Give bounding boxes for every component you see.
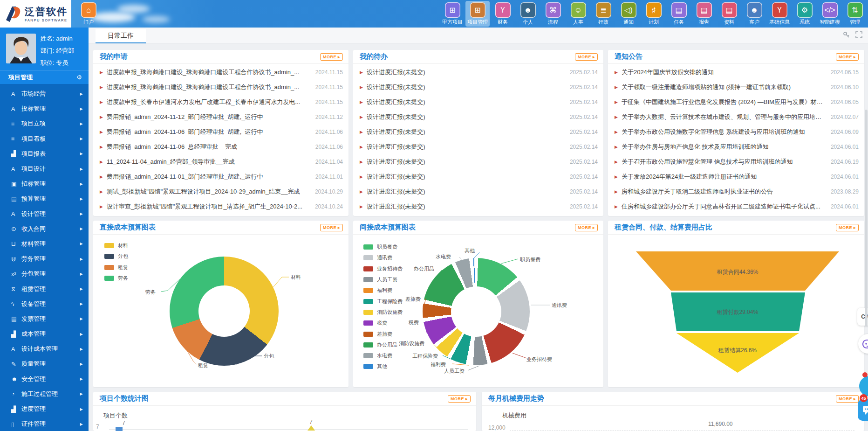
nav-item[interactable]: ▤ 报告	[692, 1, 716, 27]
nav-item[interactable]: ☻ 个人	[516, 1, 540, 27]
list-item[interactable]: ▶ 关于举办大数据、云计算技术在城市建设、规划、管理与服务中的应用培训班... …	[615, 110, 859, 125]
legend-item[interactable]: 人员工资	[363, 274, 403, 285]
list-item[interactable]: ▶ 于征集《中国建筑施工行业信息化发展报告 (2024) —BIM应用与发展》材…	[615, 95, 859, 110]
list-item[interactable]: ▶ 住房和城乡建设部办公厅关于同意吉林省开展二级建造师证书电子化试点... 20…	[615, 199, 859, 214]
list-item[interactable]: ▶ 费用报销_admin_2024-11-12_部门经理审批_胡建,_运行中 2…	[100, 110, 343, 125]
sidebar-menu-item[interactable]: ▯ 证件管理 ▶	[0, 417, 89, 431]
sidebar-menu-item[interactable]: ▤ 预算管理 ▶	[0, 191, 89, 206]
nav-item[interactable]: ≣ 行政	[591, 1, 615, 27]
more-button[interactable]: MORE	[836, 224, 859, 231]
list-item[interactable]: ▶ 关于举办住房与房地产信息化 技术及应用培训班的通知 2024.06.01	[615, 139, 859, 154]
sidebar-menu-item[interactable]: ▟ 成本管理 ▶	[0, 327, 89, 341]
sidebar-menu-item[interactable]: ϟ 设备管理 ▶	[0, 297, 89, 312]
list-item[interactable]: ▶ 设计审查_彭祖新城"四馆"景观工程设计项目_请选择_胡广生_2024-10-…	[100, 199, 343, 214]
nav-item[interactable]: ¥ 财务	[491, 1, 515, 27]
list-item[interactable]: ▶ 设计进度汇报(未提交) 2025.02.14	[360, 184, 598, 199]
list-item[interactable]: ▶ 费用报销_admin_2024-11-06_部门经理审批_胡建,_运行中 2…	[100, 125, 343, 139]
sidebar-menu-item[interactable]: ◔ 施工过程管理 ▶	[0, 387, 89, 402]
list-item[interactable]: ▶ 设计进度汇报(未提交) 2025.02.14	[360, 110, 598, 125]
list-item[interactable]: ▶ 房和城乡建设厅关于取消二级建造师临时执业证书的公告 2023.08.29	[615, 184, 859, 199]
fullscreen-icon[interactable]	[855, 31, 862, 38]
nav-item[interactable]: ▤ 任务	[667, 1, 691, 27]
sidebar-menu-item[interactable]: ⋓ 劳务管理 ▶	[0, 251, 89, 266]
list-item[interactable]: ▶ 设计进度汇报(未提交) 2025.02.14	[360, 169, 598, 184]
list-item[interactable]: ▶ 设计进度汇报(未提交) 2025.02.14	[360, 65, 598, 80]
nav-item[interactable]: ◁) 通知	[616, 1, 641, 27]
legend-item[interactable]: 材料	[104, 240, 128, 251]
legend-item[interactable]: 水电费	[363, 350, 403, 361]
sidebar-menu-item[interactable]: x² 分包管理 ▶	[0, 266, 89, 281]
legend-item[interactable]: 消防设施费	[363, 307, 403, 318]
nav-item[interactable]: ⇅ 管理	[843, 1, 867, 27]
sidebar-menu-item[interactable]: A 项目设计 ▶	[0, 161, 89, 176]
legend-item[interactable]: 通讯费	[363, 252, 403, 263]
list-item[interactable]: ▶ 设计进度汇报(未提交) 2025.02.14	[360, 199, 598, 214]
more-button[interactable]: MORE	[575, 53, 598, 61]
nav-item[interactable]: ⊞ 甲方项目	[440, 1, 465, 27]
sidebar-menu-item[interactable]: ⊙ 收入合同 ▶	[0, 222, 89, 236]
legend-item[interactable]: 劳务	[104, 273, 128, 284]
nav-item[interactable]: ▤ 资料	[717, 1, 741, 27]
list-item[interactable]: ▶ 进度款申报_珠海鹤港口建设_珠海鹤港口建设工程合作协议书_admin_...…	[100, 65, 343, 80]
legend-item[interactable]: 工程保险费	[363, 296, 403, 306]
legend-item[interactable]: 业务招待费	[363, 264, 403, 274]
list-item[interactable]: ▶ 设计进度汇报(未提交) 2025.02.14	[360, 80, 598, 95]
list-item[interactable]: ▶ 设计进度汇报(未提交) 2025.02.14	[360, 95, 598, 110]
list-item[interactable]: ▶ 关于领取一级注册建造师增项贴的通知 (须持一建证书前来领取) 2024.06…	[615, 80, 859, 95]
more-button[interactable]: MORE	[575, 224, 598, 231]
sidebar-menu-item[interactable]: ▤ 发票管理 ▶	[0, 312, 89, 327]
nav-item[interactable]: ☺ 人事	[566, 1, 590, 27]
list-item[interactable]: ▶ 关于2024年国庆节放假安排的通知 2024.06.15	[615, 65, 859, 80]
sidebar-menu-item[interactable]: A 市场经营 ▶	[0, 86, 89, 101]
message-chat-button[interactable]	[858, 399, 868, 421]
sidebar-menu-item[interactable]: ≡ 项目看板 ▶	[0, 132, 89, 146]
list-item[interactable]: ▶ 11_2024-11-04_admin_经营部_领导审批__完成 2024.…	[100, 154, 343, 169]
list-item[interactable]: ▶ 费用报销_admin_2024-11-01_部门经理审批_胡建,_运行中 2…	[100, 169, 343, 184]
list-item[interactable]: ▶ 设计进度汇报(未提交) 2025.02.14	[360, 125, 598, 139]
more-button[interactable]: MORE	[836, 53, 859, 61]
nav-item[interactable]: ¥ 基础信息	[767, 1, 792, 27]
nav-item[interactable]: ⚙ 系统	[793, 1, 817, 27]
sidebar-menu-item[interactable]: A 投标管理 ▶	[0, 101, 89, 116]
nav-item[interactable]: ⌘ 流程	[541, 1, 565, 27]
sidebar-menu-item[interactable]: ⧖ 租赁管理 ▶	[0, 281, 89, 296]
tab-daily-work[interactable]: 日常工作	[96, 29, 146, 43]
list-item[interactable]: ▶ 关于发放2024年第24批一级建造师注册证书的通知 2024.06.01	[615, 169, 859, 184]
list-item[interactable]: ▶ 进度款申报_珠海鹤港口建设_珠海鹤港口建设工程合作协议书_admin_...…	[100, 80, 343, 95]
sidebar-menu-item[interactable]: ⊔ 材料管理 ▶	[0, 236, 89, 251]
sidebar-menu-item[interactable]: ▟ 项目报表 ▶	[0, 146, 89, 161]
sidebar-menu-item[interactable]: ▣ 招标管理 ▶	[0, 176, 89, 191]
nav-item[interactable]: ♯ 计划	[642, 1, 666, 27]
nav-item[interactable]: ⊞ 项目管理	[465, 1, 490, 27]
legend-item[interactable]: 分包	[104, 251, 128, 262]
more-button[interactable]: MORE	[320, 53, 343, 61]
legend-item[interactable]: 其他	[363, 361, 403, 372]
legend-item[interactable]: 差旅费	[363, 328, 403, 339]
more-button[interactable]: MORE	[448, 395, 471, 403]
legend-item[interactable]: 租赁	[104, 262, 128, 273]
list-item[interactable]: ▶ 关于召开市政公用设施智慧化管理 信息技术与应用培训班的通知 2024.06.…	[615, 154, 859, 169]
scrollbar[interactable]	[865, 110, 868, 327]
nav-item[interactable]: ☻ 客户	[742, 1, 766, 27]
more-button[interactable]: MORE	[320, 224, 343, 231]
nav-item-portal[interactable]: ⌂ 门户	[76, 1, 101, 27]
list-item[interactable]: ▶ 关于举办市政公用设施数字化管理信息 系统建设与应用培训班的通知 2024.0…	[615, 125, 859, 139]
sidebar-menu-item[interactable]: A 设计管理 ▶	[0, 207, 89, 222]
legend-item[interactable]: 福利费	[363, 285, 403, 296]
key-icon[interactable]	[843, 31, 850, 38]
legend-item[interactable]: 办公用品	[363, 340, 403, 350]
list-item[interactable]: ▶ 费用报销_admin_2024-11-06_总经理审批__完成 2024.1…	[100, 139, 343, 154]
list-item[interactable]: ▶ 设计进度汇报(未提交) 2025.02.14	[360, 139, 598, 154]
sidebar-menu-item[interactable]: ▟ 进度管理 ▶	[0, 402, 89, 417]
legend-item[interactable]: 职员餐费	[363, 242, 403, 252]
legend-item[interactable]: 税费	[363, 318, 403, 328]
sidebar-menu-item[interactable]: ✎ 质量管理 ▶	[0, 356, 89, 371]
more-button[interactable]: MORE	[836, 395, 859, 403]
list-item[interactable]: ▶ 进度款申报_长春市伊通河水力发电厂改建工程_长春市伊通河水力发电... 20…	[100, 95, 343, 110]
sidebar-menu-item[interactable]: ☻ 安全管理 ▶	[0, 372, 89, 387]
sidebar-menu-item[interactable]: ≡ 项目立项 ▶	[0, 116, 89, 131]
list-item[interactable]: ▶ 测试_彭祖新城"四馆"景观工程设计项目_2024-10-29_admin_结…	[100, 184, 343, 199]
sidebar-menu-item[interactable]: A 设计成本管理 ▶	[0, 341, 89, 356]
nav-item[interactable]: </> 智能建模	[818, 1, 842, 27]
settings-gear-icon[interactable]: ⚙	[76, 74, 82, 81]
